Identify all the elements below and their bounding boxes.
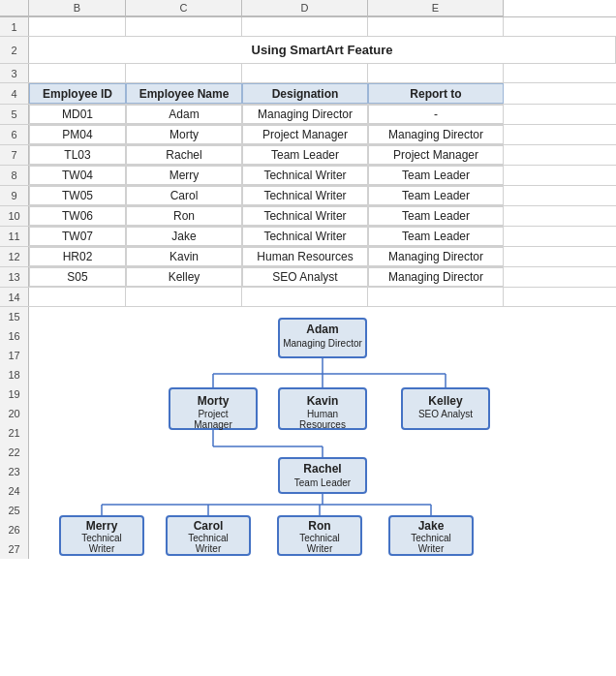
title-cell: Using SmartArt Feature — [29, 37, 616, 63]
cell-report-8[interactable]: Team Leader — [368, 166, 504, 185]
row-3: 3 — [0, 64, 616, 83]
cell-d3[interactable] — [242, 64, 368, 82]
row-1: 1 — [0, 17, 616, 37]
cell-report-6[interactable]: Managing Director — [368, 125, 504, 144]
row-num-5: 5 — [0, 105, 29, 124]
corner-cell — [0, 0, 29, 16]
cell-id-5[interactable]: MD01 — [29, 105, 126, 124]
cell-e3[interactable] — [368, 64, 504, 82]
chart-row-nums: 15 16 17 18 19 20 21 22 23 24 25 26 27 — [0, 307, 29, 566]
col-header-b: B — [29, 0, 126, 16]
rn-15: 15 — [0, 307, 29, 326]
row-13: 13 S05 Kelley SEO Analyst Managing Direc… — [0, 267, 616, 288]
cell-report-10[interactable]: Team Leader — [368, 206, 504, 226]
cell-b1[interactable] — [29, 17, 126, 36]
row-num-7: 7 — [0, 145, 29, 165]
cell-report-9[interactable]: Team Leader — [368, 186, 504, 205]
rn-24: 24 — [0, 481, 29, 501]
row-12: 12 HR02 Kavin Human Resources Managing D… — [0, 247, 616, 267]
kavin-role-1: Human — [307, 409, 338, 419]
cell-b14[interactable] — [29, 288, 126, 306]
cell-id-11[interactable]: TW07 — [29, 227, 126, 246]
row-7: 7 TL03 Rachel Team Leader Project Manage… — [0, 145, 616, 166]
cell-name-11[interactable]: Jake — [126, 227, 242, 246]
rn-17: 17 — [0, 346, 29, 365]
adam-name: Adam — [306, 323, 338, 336]
cell-report-7[interactable]: Project Manager — [368, 145, 504, 165]
carol-name: Carol — [194, 519, 224, 533]
cell-id-9[interactable]: TW05 — [29, 186, 126, 205]
rn-21: 21 — [0, 423, 29, 443]
rn-20: 20 — [0, 404, 29, 423]
jake-name: Jake — [418, 519, 445, 533]
cell-desig-8[interactable]: Technical Writer — [242, 166, 368, 185]
cell-desig-9[interactable]: Technical Writer — [242, 186, 368, 205]
row-5: 5 MD01 Adam Managing Director - — [0, 105, 616, 125]
row-num-2: 2 — [0, 37, 29, 63]
cell-desig-10[interactable]: Technical Writer — [242, 206, 368, 226]
cell-e1[interactable] — [368, 17, 504, 36]
kavin-role-2: Resources — [299, 419, 346, 430]
cell-desig-13[interactable]: SEO Analyst — [242, 267, 368, 287]
row-9: 9 TW05 Carol Technical Writer Team Leade… — [0, 186, 616, 206]
cell-id-7[interactable]: TL03 — [29, 145, 126, 165]
th-designation: Designation — [242, 83, 368, 104]
cell-name-12[interactable]: Kavin — [126, 247, 242, 266]
cell-c1[interactable] — [126, 17, 242, 36]
cell-name-7[interactable]: Rachel — [126, 145, 242, 165]
col-header-d: D — [242, 0, 368, 16]
cell-report-13[interactable]: Managing Director — [368, 267, 504, 287]
rn-16: 16 — [0, 326, 29, 346]
row-8: 8 TW04 Merry Technical Writer Team Leade… — [0, 166, 616, 186]
cell-report-11[interactable]: Team Leader — [368, 227, 504, 246]
cell-c14[interactable] — [126, 288, 242, 306]
row-2-title: 2 Using SmartArt Feature — [0, 37, 616, 64]
col-header-e: E — [368, 0, 504, 16]
rachel-name: Rachel — [303, 462, 341, 476]
cell-c3[interactable] — [126, 64, 242, 82]
org-chart-container: Adam Managing Director Morty Project Man… — [29, 307, 616, 566]
ron-name: Ron — [308, 519, 330, 533]
carol-role-2: Writer — [196, 543, 222, 554]
jake-role-1: Technical — [411, 533, 451, 543]
carol-role-1: Technical — [188, 533, 229, 543]
row-num-9: 9 — [0, 186, 29, 205]
kelley-name: Kelley — [428, 394, 463, 408]
rn-26: 26 — [0, 520, 29, 539]
kavin-name: Kavin — [307, 394, 339, 408]
row-14: 14 — [0, 288, 616, 307]
cell-desig-6[interactable]: Project Manager — [242, 125, 368, 144]
jake-role-2: Writer — [418, 543, 445, 554]
rn-22: 22 — [0, 443, 29, 462]
cell-name-10[interactable]: Ron — [126, 206, 242, 226]
cell-id-10[interactable]: TW06 — [29, 206, 126, 226]
cell-id-13[interactable]: S05 — [29, 267, 126, 287]
cell-desig-5[interactable]: Managing Director — [242, 105, 368, 124]
cell-e14[interactable] — [368, 288, 504, 306]
cell-desig-11[interactable]: Technical Writer — [242, 227, 368, 246]
row-11: 11 TW07 Jake Technical Writer Team Leade… — [0, 227, 616, 247]
cell-d14[interactable] — [242, 288, 368, 306]
cell-b3[interactable] — [29, 64, 126, 82]
cell-id-6[interactable]: PM04 — [29, 125, 126, 144]
row-num-10: 10 — [0, 206, 29, 226]
cell-name-6[interactable]: Morty — [126, 125, 242, 144]
org-chart-svg: Adam Managing Director Morty Project Man… — [29, 311, 616, 563]
rn-25: 25 — [0, 501, 29, 520]
ron-role-1: Technical — [299, 533, 340, 543]
cell-desig-12[interactable]: Human Resources — [242, 247, 368, 266]
row-num-3: 3 — [0, 64, 29, 82]
cell-desig-7[interactable]: Team Leader — [242, 145, 368, 165]
morty-role-2: Manager — [194, 419, 232, 430]
cell-report-5[interactable]: - — [368, 105, 504, 124]
cell-name-5[interactable]: Adam — [126, 105, 242, 124]
ron-role-2: Writer — [307, 543, 333, 554]
cell-id-8[interactable]: TW04 — [29, 166, 126, 185]
cell-report-12[interactable]: Managing Director — [368, 247, 504, 266]
cell-d1[interactable] — [242, 17, 368, 36]
cell-name-8[interactable]: Merry — [126, 166, 242, 185]
cell-name-9[interactable]: Carol — [126, 186, 242, 205]
row-num-14: 14 — [0, 288, 29, 306]
cell-id-12[interactable]: HR02 — [29, 247, 126, 266]
cell-name-13[interactable]: Kelley — [126, 267, 242, 287]
